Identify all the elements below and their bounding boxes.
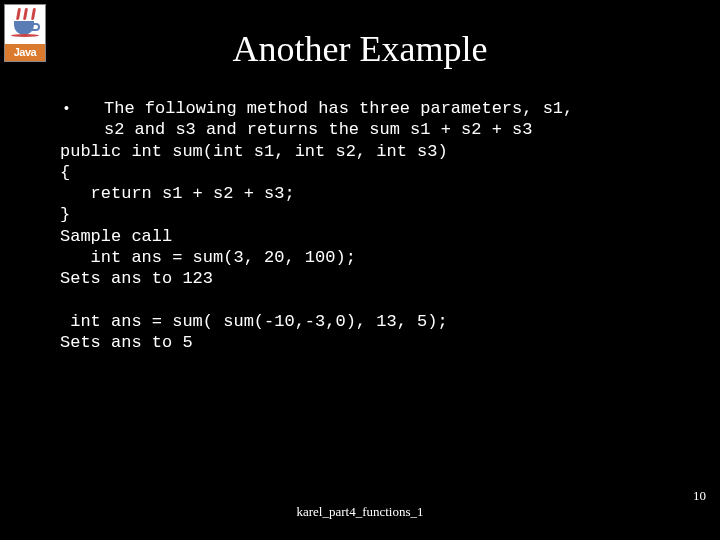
bullet-icon: • — [60, 98, 104, 119]
footer-text: karel_part4_functions_1 — [0, 504, 720, 520]
bullet-continuation: s2 and s3 and returns the sum s1 + s2 + … — [60, 119, 690, 140]
slide-title: Another Example — [0, 28, 720, 70]
bullet-text-line1: The following method has three parameter… — [104, 98, 573, 119]
slide: Java Another Example •The following meth… — [0, 0, 720, 540]
bullet-item: •The following method has three paramete… — [60, 98, 690, 119]
code-block-1: public int sum(int s1, int s2, int s3) {… — [60, 142, 448, 289]
code-block-2: int ans = sum( sum(-10,-3,0), 13, 5); Se… — [60, 312, 448, 352]
java-steam-icon — [15, 8, 37, 22]
slide-content: •The following method has three paramete… — [60, 98, 690, 353]
page-number: 10 — [693, 488, 706, 504]
bullet-text-line2: s2 and s3 and returns the sum s1 + s2 + … — [104, 119, 532, 140]
